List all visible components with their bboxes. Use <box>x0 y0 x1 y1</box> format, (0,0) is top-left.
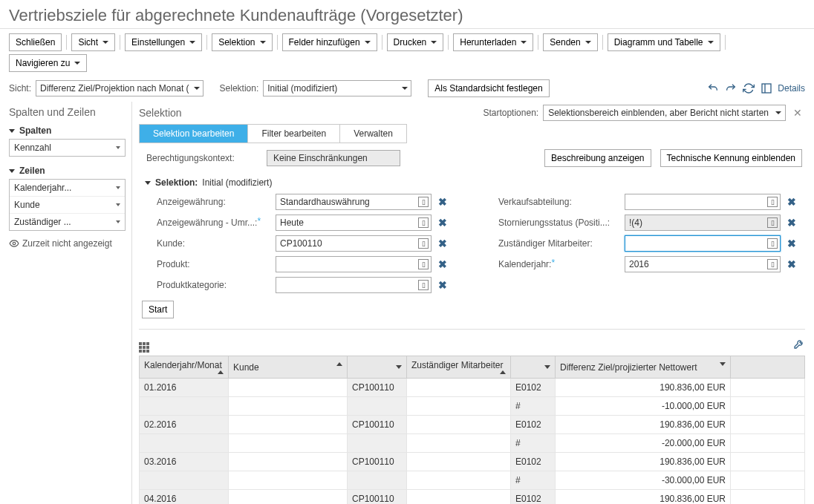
chevron-down-icon <box>708 41 714 44</box>
table-row[interactable]: 02.2016CP100110E0102190.836,00 EUR <box>140 416 805 434</box>
eye-icon <box>9 238 19 249</box>
details-toggle-icon[interactable] <box>760 82 773 95</box>
clear-icon[interactable]: ✖ <box>432 238 454 249</box>
start-options-dropdown[interactable]: Selektionsbereich einblenden, aber Beric… <box>543 105 786 121</box>
table-row[interactable]: #-10.000,00 EUR <box>140 397 805 416</box>
selection-section-header[interactable]: Selektion: Initial (modifiziert) <box>139 173 805 192</box>
col-responsible[interactable]: Zuständiger Mitarbeiter <box>407 356 511 379</box>
show-technical-id-button[interactable]: Technische Kennung einblenden <box>660 149 802 167</box>
cell-difference: -20.000,00 EUR <box>556 434 731 453</box>
col-customer[interactable]: Kunde <box>229 356 348 379</box>
cell-month: 04.2016 <box>140 490 229 505</box>
view-selection-bar: Sicht: Differenz Ziel/Projektion nach Mo… <box>0 76 814 102</box>
display-currency-input[interactable]: Standardhauswährung▯ <box>276 194 432 210</box>
table-row[interactable]: #-30.000,00 EUR <box>140 471 805 490</box>
columns-group-header[interactable]: Spalten <box>9 122 126 139</box>
cancel-status-input[interactable]: !(4)▯ <box>625 215 781 231</box>
rows-group-header[interactable]: Zeilen <box>9 163 126 179</box>
sidebar-resizer[interactable] <box>130 102 134 504</box>
chevron-down-icon <box>194 87 200 90</box>
cell-month <box>140 397 229 416</box>
col-empty[interactable] <box>731 356 805 379</box>
product-category-input[interactable]: ▯ <box>276 277 432 293</box>
year-input[interactable]: 2016▯ <box>625 256 781 272</box>
chevron-down-icon <box>365 41 371 44</box>
redo-icon[interactable] <box>724 82 738 95</box>
refresh-icon[interactable] <box>742 82 755 95</box>
not-shown-toggle[interactable]: Zurzeit nicht angezeigt <box>9 238 126 249</box>
cell-empty <box>731 490 805 505</box>
list-item[interactable]: Kalenderjahr... <box>10 180 125 197</box>
selection-tabs: Selektion bearbeiten Filter bearbeiten V… <box>139 124 407 143</box>
show-description-button[interactable]: Beschreibung anzeigen <box>544 149 651 167</box>
clear-icon[interactable]: ✖ <box>432 217 454 229</box>
customer-input[interactable]: CP100110▯ <box>276 235 432 252</box>
responsible-label: Zuständiger Mitarbeiter: <box>498 238 625 249</box>
print-button[interactable]: Drucken <box>387 33 444 51</box>
clear-icon[interactable]: ✖ <box>781 238 803 249</box>
send-button[interactable]: Senden <box>543 33 597 51</box>
chart-table-button[interactable]: Diagramm und Tabelle <box>608 33 720 51</box>
value-help-icon[interactable]: ▯ <box>418 217 429 228</box>
close-panel-icon[interactable]: ✕ <box>790 107 805 119</box>
clear-icon[interactable]: ✖ <box>781 217 803 229</box>
product-input[interactable]: ▯ <box>276 256 432 272</box>
selection-button[interactable]: Selektion <box>212 33 272 51</box>
table-row[interactable]: 01.2016CP100110E0102190.836,00 EUR <box>140 379 805 397</box>
sales-unit-input[interactable]: ▯ <box>625 194 781 210</box>
col-responsible-code[interactable] <box>511 356 556 379</box>
table-body: 01.2016CP100110E0102190.836,00 EUR#-10.0… <box>140 379 805 505</box>
clear-icon[interactable]: ✖ <box>781 258 803 270</box>
start-button[interactable]: Start <box>142 301 174 318</box>
auth-context-value[interactable]: Keine Einschränkungen <box>267 150 400 166</box>
cell-customer <box>229 434 348 453</box>
table-row[interactable]: 03.2016CP100110E0102190.836,00 EUR <box>140 453 805 471</box>
tab-edit-selection[interactable]: Selektion bearbeiten <box>140 125 248 143</box>
cell-responsible <box>407 379 511 397</box>
cell-responsible <box>407 453 511 471</box>
cell-responsible-code: # <box>511 397 556 416</box>
close-button[interactable]: Schließen <box>9 33 62 51</box>
col-customer-code[interactable] <box>348 356 407 379</box>
clear-icon[interactable]: ✖ <box>432 258 454 270</box>
list-item[interactable]: Kennzahl <box>10 140 125 156</box>
settings-wrench-icon[interactable] <box>793 338 805 352</box>
value-help-icon[interactable]: ▯ <box>767 259 778 269</box>
value-help-icon[interactable]: ▯ <box>418 280 429 290</box>
value-help-icon[interactable]: ▯ <box>418 238 429 249</box>
list-item[interactable]: Zuständiger ... <box>10 214 125 230</box>
col-month[interactable]: Kalenderjahr/Monat <box>140 356 229 379</box>
value-help-icon[interactable]: ▯ <box>418 259 429 269</box>
value-help-icon[interactable]: ▯ <box>767 217 778 228</box>
responsible-input[interactable]: ▯ <box>625 235 781 252</box>
clear-icon[interactable]: ✖ <box>432 279 454 291</box>
value-help-icon[interactable]: ▯ <box>767 238 778 249</box>
value-help-icon[interactable]: ▯ <box>767 197 778 207</box>
col-difference[interactable]: Differenz Ziel/projizierter Nettowert <box>556 356 731 379</box>
navigate-button[interactable]: Navigieren zu <box>9 54 87 72</box>
separator <box>538 35 538 50</box>
cell-responsible <box>407 397 511 416</box>
list-item[interactable]: Kunde <box>10 197 125 214</box>
settings-button[interactable]: Einstellungen <box>125 33 202 51</box>
tab-edit-filter[interactable]: Filter bearbeiten <box>248 125 340 143</box>
details-link[interactable]: Details <box>778 83 805 94</box>
table-row[interactable]: #-20.000,00 EUR <box>140 434 805 453</box>
undo-icon[interactable] <box>706 82 720 95</box>
selection-dropdown[interactable]: Initial (modifiziert) <box>263 80 411 96</box>
add-fields-button[interactable]: Felder hinzufügen <box>282 33 377 51</box>
download-button[interactable]: Herunterladen <box>453 33 533 51</box>
set-default-view-button[interactable]: Als Standardsicht festlegen <box>428 79 549 97</box>
clear-icon[interactable]: ✖ <box>432 196 454 208</box>
clear-icon[interactable]: ✖ <box>781 196 803 208</box>
start-options-label: Startoptionen: <box>483 108 538 118</box>
chevron-down-icon <box>775 111 781 114</box>
table-row[interactable]: 04.2016CP100110E0102190.836,00 EUR <box>140 490 805 505</box>
view-button[interactable]: Sicht <box>71 33 115 51</box>
display-currency-rate-input[interactable]: Heute▯ <box>276 215 432 231</box>
value-help-icon[interactable]: ▯ <box>418 197 429 207</box>
cell-difference: 190.836,00 EUR <box>556 453 731 471</box>
table-layout-icon[interactable] <box>139 337 149 353</box>
tab-manage[interactable]: Verwalten <box>340 125 406 143</box>
view-dropdown[interactable]: Differenz Ziel/Projektion nach Monat ( <box>36 80 204 96</box>
